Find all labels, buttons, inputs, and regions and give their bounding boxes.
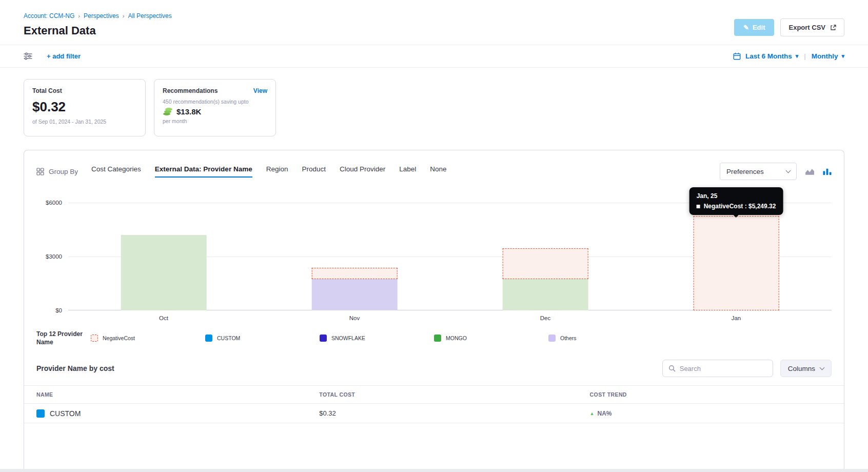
chevron-down-icon: ▾ [841,53,844,60]
preferences-dropdown[interactable]: Preferences [720,163,797,180]
summary-cards: Total Cost $0.32 of Sep 01, 2024 - Jan 3… [0,68,868,150]
bar-segment-negativecost-dec[interactable] [503,248,588,279]
column-header-total-cost: TOTAL COST [319,391,589,398]
cell-cost-trend: ▲NA% [590,410,844,417]
group-by-icon [36,168,44,175]
tab-none[interactable]: None [430,165,446,178]
date-range-label: Last 6 Months [745,52,792,60]
table-title: Provider Name by cost [36,364,114,372]
breadcrumb-all-perspectives[interactable]: All Perspectives [128,12,171,19]
area-chart-icon[interactable] [805,168,815,175]
granularity-label: Monthly [812,52,838,60]
y-axis: $6000$3000$0 [36,203,68,310]
search-input[interactable] [680,365,767,372]
y-axis-tick: $6000 [46,200,62,206]
recommendations-title: Recommendations [163,87,218,94]
x-axis-label: Nov [349,315,360,321]
page-header: Account: CCM-NG › Perspectives › All Per… [0,0,868,45]
recommendations-savings: $13.8K [176,107,201,116]
header-actions: ✎ Edit Export CSV [734,18,844,36]
date-range-picker[interactable]: Last 6 Months ▾ [745,52,798,60]
y-axis-tick: $0 [55,307,62,313]
recommendations-view-link[interactable]: View [253,87,267,94]
tab-region[interactable]: Region [266,165,288,178]
column-header-name: NAME [24,391,319,398]
bar-segment-others-nov[interactable] [312,279,398,310]
total-cost-period: of Sep 01, 2024 - Jan 31, 2025 [32,119,137,125]
group-by-label-wrap: Group By [36,168,78,175]
legend-item-snowflake[interactable]: SNOWFLAKE [320,335,434,342]
tab-external-data-provider-name[interactable]: External Data: Provider Name [155,165,252,178]
bar-chart-icon[interactable] [823,168,832,175]
x-axis-label: Dec [540,315,550,321]
columns-button[interactable]: Columns [780,360,832,377]
chart-controls: Preferences [720,163,832,180]
legend-item-others[interactable]: Others [548,335,663,342]
trend-up-icon: ▲ [590,411,595,416]
recommendations-frequency: per month [163,118,267,124]
header-left: Account: CCM-NG › Perspectives › All Per… [24,12,172,37]
chart-area: Jan, 25 NegativeCost : $5,249.32 OctNovD… [68,203,832,324]
legend-swatch [548,335,556,342]
legend-label: CUSTOM [217,335,240,341]
external-link-icon [830,25,836,31]
search-icon [668,365,676,372]
table-body: CUSTOM$0.32▲NA% [24,404,844,423]
preferences-label: Preferences [726,168,764,175]
provider-name: CUSTOM [50,409,81,418]
chevron-down-icon [786,168,791,173]
tab-product[interactable]: Product [302,165,326,178]
divider: | [804,52,806,60]
legend-item-mongo[interactable]: MONGO [434,335,548,342]
export-csv-label: Export CSV [788,24,825,31]
page-bottom-edge [0,469,868,472]
calendar-icon [733,52,741,60]
bar-segment-mongo-oct[interactable] [121,235,207,310]
x-axis-label: Oct [159,315,168,321]
search-box [662,360,773,377]
add-filter-button[interactable]: + add filter [47,52,81,60]
chevron-down-icon: ▾ [796,53,799,60]
export-csv-button[interactable]: Export CSV [780,18,844,36]
table-row[interactable]: CUSTOM$0.32▲NA% [24,404,844,423]
legend-item-negativecost[interactable]: NegativeCost [91,335,205,342]
total-cost-value: $0.32 [32,99,137,115]
cell-total-cost: $0.32 [319,409,589,417]
group-by-tabs: Cost Categories External Data: Provider … [91,165,447,178]
legend-label: NegativeCost [103,335,135,341]
edit-button[interactable]: ✎ Edit [734,19,774,36]
y-axis-tick: $3000 [46,253,62,260]
filter-settings-icon[interactable] [24,52,32,60]
tab-label[interactable]: Label [399,165,416,178]
tooltip-title: Jan, 25 [697,192,776,200]
total-cost-card: Total Cost $0.32 of Sep 01, 2024 - Jan 3… [24,79,146,136]
tab-cost-categories[interactable]: Cost Categories [91,165,141,178]
trend-value: NA% [598,410,612,417]
tab-cloud-provider[interactable]: Cloud Provider [340,165,385,178]
table-controls: Columns [662,360,832,377]
breadcrumb: Account: CCM-NG › Perspectives › All Per… [24,12,172,19]
legend-swatch [205,335,212,342]
breadcrumb-account[interactable]: Account: CCM-NG [24,12,74,19]
granularity-picker[interactable]: Monthly ▾ [812,52,844,60]
provider-cost-table: NAME TOTAL COST COST TREND CUSTOM$0.32▲N… [24,385,844,423]
group-by-label: Group By [49,168,78,175]
chart-plot: Jan, 25 NegativeCost : $5,249.32 [68,203,832,310]
legend-item-custom[interactable]: CUSTOM [205,335,320,342]
filter-bar: + add filter Last 6 Months ▾ | Monthly ▾ [0,45,868,68]
time-controls: Last 6 Months ▾ | Monthly ▾ [733,52,844,60]
bar-segment-negativecost-jan[interactable] [694,216,779,310]
legend-label: SNOWFLAKE [331,335,365,341]
page-title: External Data [24,24,172,37]
breadcrumb-separator: › [78,13,80,19]
total-cost-title: Total Cost [32,87,137,94]
legend-swatch [91,335,98,342]
x-axis-label: Jan [732,315,741,321]
column-header-cost-trend: COST TREND [590,391,844,398]
chevron-down-icon [820,365,825,370]
bar-segment-mongo-dec[interactable] [503,279,588,310]
breadcrumb-perspectives[interactable]: Perspectives [84,12,119,19]
table-head: NAME TOTAL COST COST TREND [24,385,844,404]
bar-segment-negativecost-nov[interactable] [312,268,398,279]
legend-items: NegativeCostCUSTOMSNOWFLAKEMONGOOthers [91,335,832,342]
